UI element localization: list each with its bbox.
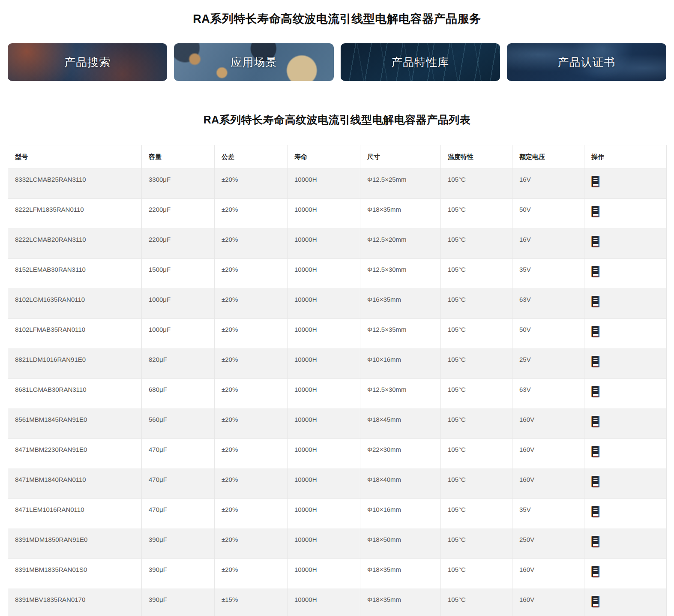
book-icon [591, 356, 600, 367]
view-details-button[interactable] [591, 566, 600, 577]
model-cell: 8561MBM1845RAN91E0 [8, 409, 142, 439]
temperature-cell: 105°C [441, 439, 512, 469]
model-cell: 8332LCMAB25RAN3110 [8, 169, 142, 199]
lifetime-cell: 10000H [288, 199, 360, 229]
nav-card-application-scenarios[interactable]: 应用场景 [174, 43, 333, 81]
capacity-cell: 3300μF [142, 169, 215, 199]
tolerance-cell: ±20% [215, 409, 288, 439]
tolerance-cell: ±20% [215, 529, 288, 559]
table-row: 8391MBM1835RAN01S0390μF±20%10000HΦ18×35m… [8, 559, 667, 589]
table-row: 8391MDM1850RAN91E0390μF±20%10000HΦ18×50m… [8, 529, 667, 559]
temperature-cell: 105°C [441, 259, 512, 289]
view-details-button[interactable] [591, 176, 600, 187]
table-row: 8471LEM1016RAN0110470μF±20%10000HΦ10×16m… [8, 499, 667, 529]
nav-card-label: 产品认证书 [557, 55, 615, 70]
lifetime-cell: 10000H [288, 499, 360, 529]
action-cell [584, 589, 667, 616]
column-header: 公差 [215, 145, 288, 169]
size-cell: Φ18×35mm [360, 199, 441, 229]
view-details-button[interactable] [591, 236, 600, 247]
size-cell: Φ10×16mm [360, 499, 441, 529]
model-cell: 8821LDM1016RAN91E0 [8, 349, 142, 379]
capacity-cell: 680μF [142, 379, 215, 409]
book-icon [591, 266, 600, 277]
table-row: 8681LGMAB30RAN3110680μF±20%10000HΦ12.5×3… [8, 379, 667, 409]
tolerance-cell: ±20% [215, 259, 288, 289]
voltage-cell: 63V [512, 379, 584, 409]
action-cell [584, 319, 667, 349]
view-details-button[interactable] [591, 266, 600, 277]
size-cell: Φ18×50mm [360, 529, 441, 559]
model-cell: 8152LEMAB30RAN3110 [8, 259, 142, 289]
size-cell: Φ12.5×25mm [360, 169, 441, 199]
product-table: 型号容量公差寿命尺寸温度特性额定电压操作 8332LCMAB25RAN31103… [8, 145, 667, 616]
model-cell: 8471MBM2230RAN91E0 [8, 439, 142, 469]
lifetime-cell: 10000H [288, 589, 360, 616]
action-cell [584, 559, 667, 589]
capacity-cell: 1000μF [142, 319, 215, 349]
action-cell [584, 199, 667, 229]
size-cell: Φ22×30mm [360, 439, 441, 469]
temperature-cell: 105°C [441, 289, 512, 319]
voltage-cell: 160V [512, 409, 584, 439]
lifetime-cell: 10000H [288, 439, 360, 469]
column-header: 型号 [8, 145, 142, 169]
view-details-button[interactable] [591, 536, 600, 547]
view-details-button[interactable] [591, 446, 600, 457]
temperature-cell: 105°C [441, 589, 512, 616]
voltage-cell: 160V [512, 469, 584, 499]
capacity-cell: 2200μF [142, 229, 215, 259]
capacity-cell: 390μF [142, 559, 215, 589]
voltage-cell: 160V [512, 559, 584, 589]
column-header: 操作 [584, 145, 667, 169]
view-details-button[interactable] [591, 386, 600, 397]
tolerance-cell: ±20% [215, 289, 288, 319]
view-details-button[interactable] [591, 296, 600, 307]
temperature-cell: 105°C [441, 529, 512, 559]
book-icon [591, 386, 600, 397]
voltage-cell: 160V [512, 439, 584, 469]
table-row: 8222LCMAB20RAN31102200μF±20%10000HΦ12.5×… [8, 229, 667, 259]
size-cell: Φ12.5×20mm [360, 229, 441, 259]
book-icon [591, 446, 600, 457]
capacity-cell: 2200μF [142, 199, 215, 229]
view-details-button[interactable] [591, 416, 600, 427]
lifetime-cell: 10000H [288, 469, 360, 499]
table-row: 8561MBM1845RAN91E0560μF±20%10000HΦ18×45m… [8, 409, 667, 439]
tolerance-cell: ±20% [215, 169, 288, 199]
book-icon [591, 476, 600, 487]
nav-card-product-search[interactable]: 产品搜索 [8, 43, 167, 81]
nav-card-row: 产品搜索 应用场景 产品特性库 产品认证书 [8, 43, 666, 81]
column-header: 温度特性 [441, 145, 512, 169]
action-cell [584, 379, 667, 409]
capacity-cell: 470μF [142, 499, 215, 529]
nav-card-product-feature-library[interactable]: 产品特性库 [341, 43, 500, 81]
model-cell: 8471MBM1840RAN0110 [8, 469, 142, 499]
size-cell: Φ12.5×35mm [360, 319, 441, 349]
temperature-cell: 105°C [441, 319, 512, 349]
view-details-button[interactable] [591, 356, 600, 367]
table-row: 8152LEMAB30RAN31101500μF±20%10000HΦ12.5×… [8, 259, 667, 289]
view-details-button[interactable] [591, 476, 600, 487]
table-row: 8821LDM1016RAN91E0820μF±20%10000HΦ10×16m… [8, 349, 667, 379]
view-details-button[interactable] [591, 596, 600, 607]
size-cell: Φ18×40mm [360, 469, 441, 499]
voltage-cell: 25V [512, 349, 584, 379]
lifetime-cell: 10000H [288, 229, 360, 259]
capacity-cell: 390μF [142, 589, 215, 616]
tolerance-cell: ±20% [215, 469, 288, 499]
temperature-cell: 105°C [441, 499, 512, 529]
temperature-cell: 105°C [441, 169, 512, 199]
lifetime-cell: 10000H [288, 169, 360, 199]
voltage-cell: 50V [512, 199, 584, 229]
column-header: 额定电压 [512, 145, 584, 169]
table-row: 8471MBM1840RAN0110470μF±20%10000HΦ18×40m… [8, 469, 667, 499]
view-details-button[interactable] [591, 206, 600, 217]
action-cell [584, 469, 667, 499]
view-details-button[interactable] [591, 326, 600, 337]
size-cell: Φ18×35mm [360, 559, 441, 589]
view-details-button[interactable] [591, 506, 600, 517]
tolerance-cell: ±20% [215, 379, 288, 409]
nav-card-product-certificates[interactable]: 产品认证书 [507, 43, 666, 81]
voltage-cell: 16V [512, 169, 584, 199]
